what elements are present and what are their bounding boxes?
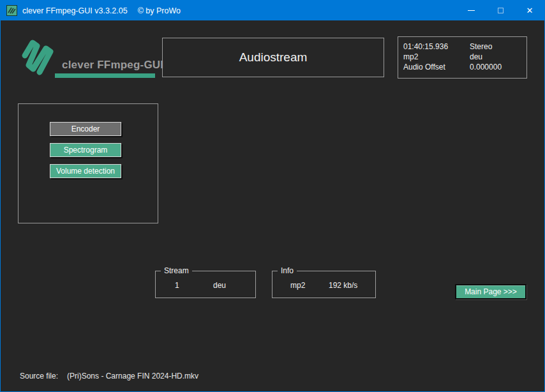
audio-offset-value: 0.000000 [470,62,526,72]
audio-info-panel: 01:40:15.936 Stereo mp2 deu Audio Offset… [398,36,527,79]
minimize-button[interactable] [456,1,486,20]
main-page-button[interactable]: Main Page >>> [455,284,526,299]
stream-groupbox: Stream 1 deu [155,271,256,298]
spectrogram-button[interactable]: Spectrogram [50,143,121,157]
maximize-button[interactable] [486,1,515,20]
volume-detection-button[interactable]: Volume detection [50,164,121,178]
audio-offset-label: Audio Offset [403,62,470,72]
maximize-icon [498,8,504,13]
audio-info-codec: mp2 [403,52,470,62]
audio-info-row: Audio Offset 0.000000 [403,62,526,72]
logo-underline-bar [55,73,155,78]
window-title: clever FFmpeg-GUI v3.3.2.05 [22,6,128,15]
close-icon: ✕ [526,6,534,15]
info-groupbox-legend: Info [278,266,297,275]
audio-info-row: mp2 deu [403,52,526,62]
caption-buttons: ✕ [456,1,544,20]
audio-info-row: 01:40:15.936 Stereo [403,41,526,52]
audio-info-channels: Stereo [470,41,526,52]
page-title: Audiostream [239,50,308,64]
audio-info-timestamp: 01:40:15.936 [403,41,470,52]
info-groupbox: Info mp2 192 kb/s [272,271,376,298]
stream-language: deu [213,281,226,290]
source-file-label: Source file: [20,372,58,381]
minimize-icon [468,10,475,11]
encoder-button[interactable]: Encoder [50,122,121,136]
page-title-box: Audiostream [162,38,384,77]
source-file-row: Source file: (Pri)Sons - Carnage FIN 202… [20,372,198,381]
stream-groupbox-legend: Stream [161,266,192,275]
logo-text: clever FFmpeg-GUI [62,59,163,72]
tool-panel: Encoder Spectrogram Volume detection [18,103,158,223]
titlebar: clever FFmpeg-GUI v3.3.2.05 © by ProWo ✕ [1,1,544,20]
window-copyright: © by ProWo [138,6,181,15]
audio-info-language: deu [470,52,526,62]
app-logo-icon [6,5,17,16]
source-file-name: (Pri)Sons - Carnage FIN 2024-HD.mkv [67,372,198,381]
info-bitrate: 192 kb/s [329,281,357,290]
close-button[interactable]: ✕ [515,1,544,20]
ffmpeg-logo-icon [19,36,57,77]
stream-number: 1 [175,281,179,290]
app-window: clever FFmpeg-GUI v3.3.2.05 © by ProWo ✕… [0,0,545,392]
info-codec: mp2 [290,281,305,290]
